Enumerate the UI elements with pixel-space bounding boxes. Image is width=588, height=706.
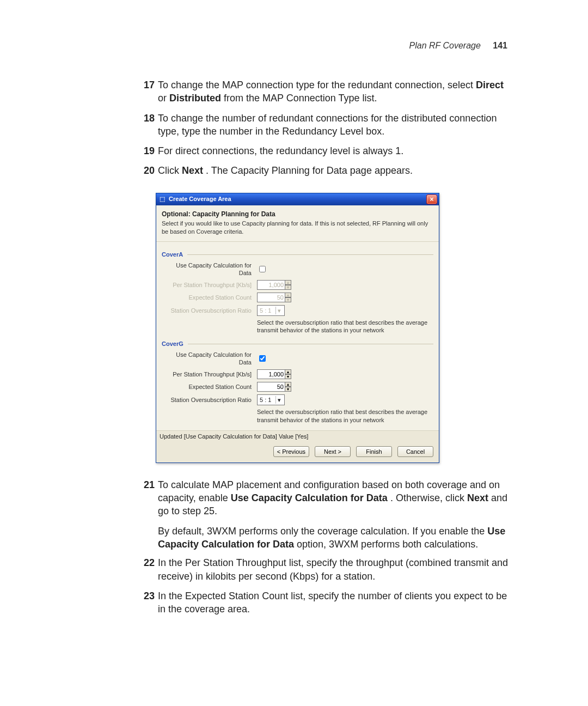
step-21: 21 To calculate MAP placement and config… <box>158 478 512 518</box>
spin-up-icon[interactable]: ▲ <box>285 369 291 374</box>
step-19: 19 For direct connections, the redundanc… <box>158 144 512 157</box>
spin-down-icon: ▼ <box>285 297 291 302</box>
dialog-statusbar: Updated [Use Capacity Calculation for Da… <box>156 430 439 443</box>
previous-button[interactable]: < Previous <box>273 446 309 457</box>
covera-station-count-spinner: ▲ ▼ <box>285 293 291 302</box>
spin-down-icon: ▼ <box>285 285 291 290</box>
coverg-ratio-value: 5 : 1 <box>260 396 271 404</box>
step-number: 21 <box>136 478 155 491</box>
coverg-throughput-input[interactable] <box>257 369 285 379</box>
spin-up-icon: ▲ <box>285 293 291 297</box>
step-text: . Otherwise, click <box>390 492 467 503</box>
label-throughput: Per Station Throughput [Kb/s] <box>162 370 257 379</box>
close-icon: × <box>430 196 433 203</box>
cancel-button[interactable]: Cancel <box>397 446 433 457</box>
bold-use-capacity: Use Capacity Calculation for Data <box>231 492 388 503</box>
label-ratio: Station Oversubscription Ratio <box>162 307 257 315</box>
spin-up-icon: ▲ <box>285 280 291 285</box>
dialog-buttonbar: < Previous Next > Finish Cancel <box>156 443 439 462</box>
step-18: 18 To change the number of redundant con… <box>158 112 512 138</box>
spin-up-icon[interactable]: ▲ <box>285 382 291 387</box>
step-text: . The Capacity Planning for Data page ap… <box>206 165 413 176</box>
step-text: To change the MAP connection type for th… <box>158 80 476 90</box>
bold-next: Next <box>182 165 203 176</box>
chevron-down-icon: ▾ <box>275 307 283 314</box>
finish-button[interactable]: Finish <box>356 446 392 457</box>
step-text: or <box>158 93 169 104</box>
app-icon: ⬚ <box>160 196 165 202</box>
fieldset-coverg: CoverG Use Capacity Calculation for Data… <box>162 340 433 424</box>
covera-ratio-value: 5 : 1 <box>260 307 271 315</box>
ratio-hint: Select the oversubscription ratio that b… <box>257 408 431 424</box>
step-17: 17 To change the MAP connection type for… <box>158 78 512 105</box>
step-20: 20 Click Next . The Capacity Planning fo… <box>158 164 512 177</box>
page-number: 141 <box>493 41 507 50</box>
ratio-hint: Select the oversubscription ratio that b… <box>257 319 431 334</box>
label-station-count: Expected Station Count <box>162 383 257 391</box>
coverg-use-capacity-checkbox[interactable] <box>259 355 266 362</box>
step-number: 19 <box>136 144 155 157</box>
step-text: In the Expected Station Count list, spec… <box>158 591 507 614</box>
step-text: option, 3WXM performs both calculations. <box>297 539 478 550</box>
covera-station-count-input <box>257 293 285 302</box>
spin-down-icon[interactable]: ▼ <box>285 387 291 392</box>
covera-throughput-input <box>257 280 285 290</box>
coverg-throughput-spinner[interactable]: ▲ ▼ <box>285 369 291 379</box>
step-text: In the Per Station Throughput list, spec… <box>158 557 508 581</box>
spin-down-icon[interactable]: ▼ <box>285 374 291 379</box>
step-text: To change the number of redundant connec… <box>158 113 497 137</box>
running-header: Plan RF Coverage 141 <box>409 41 507 51</box>
label-ratio: Station Oversubscription Ratio <box>162 396 257 404</box>
divider <box>187 254 433 255</box>
coverg-station-count-input[interactable] <box>257 382 285 392</box>
section-title: Plan RF Coverage <box>409 41 481 50</box>
step-number: 17 <box>136 78 155 92</box>
step-number: 20 <box>136 164 155 177</box>
step-22: 22 In the Per Station Throughput list, s… <box>158 556 512 583</box>
step-text: By default, 3WXM performs only the cover… <box>158 526 487 537</box>
label-use-capacity: Use Capacity Calculation for Data <box>162 351 257 367</box>
label-throughput: Per Station Throughput [Kb/s] <box>162 281 257 289</box>
dialog-heading: Optional: Capacity Planning for Data <box>156 205 439 220</box>
legend-covera: CoverA <box>162 251 183 259</box>
close-button[interactable]: × <box>426 194 437 204</box>
bold-distributed: Distributed <box>169 93 221 104</box>
bold-next: Next <box>467 492 488 503</box>
dialog-title: Create Coverage Area <box>169 196 231 202</box>
step-21-paragraph: By default, 3WXM performs only the cover… <box>158 525 512 551</box>
legend-coverg: CoverG <box>162 340 183 348</box>
dialog-subheading: Select if you would like to use Capacity… <box>156 220 439 242</box>
fieldset-covera: CoverA Use Capacity Calculation for Data… <box>162 251 433 334</box>
covera-use-capacity-checkbox[interactable] <box>259 266 266 272</box>
covera-throughput-spinner: ▲ ▼ <box>285 280 291 290</box>
step-number: 18 <box>136 112 155 125</box>
chevron-down-icon: ▾ <box>275 396 283 404</box>
divider <box>188 344 433 344</box>
step-number: 22 <box>136 556 155 569</box>
step-text: For direct connections, the redundancy l… <box>158 145 403 156</box>
dialog-titlebar: ⬚ Create Coverage Area × <box>156 193 439 205</box>
label-station-count: Expected Station Count <box>162 294 257 302</box>
coverg-station-count-spinner[interactable]: ▲ ▼ <box>285 382 291 392</box>
step-23: 23 In the Expected Station Count list, s… <box>158 589 512 616</box>
coverg-ratio-select[interactable]: 5 : 1 ▾ <box>257 394 285 405</box>
covera-ratio-select: 5 : 1 ▾ <box>257 305 285 316</box>
step-text: Click <box>158 165 182 176</box>
step-text: from the MAP Connection Type list. <box>224 93 377 104</box>
label-use-capacity: Use Capacity Calculation for Data <box>162 261 257 278</box>
create-coverage-dialog: ⬚ Create Coverage Area × Optional: Capac… <box>156 193 439 463</box>
next-button[interactable]: Next > <box>315 446 351 457</box>
bold-direct: Direct <box>476 80 504 90</box>
step-number: 23 <box>136 589 155 602</box>
